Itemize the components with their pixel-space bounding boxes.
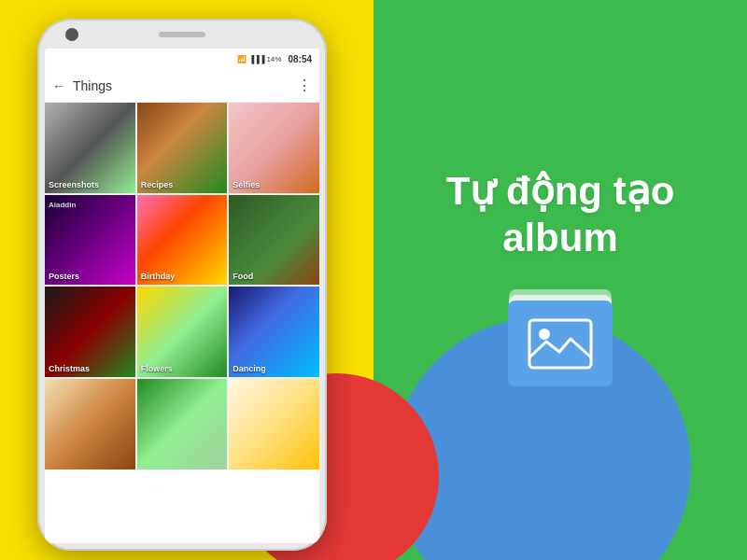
- status-bar: 📶 ▐▐▐ 14% 08:54: [45, 49, 319, 69]
- promo-line2: album: [446, 215, 675, 261]
- grid-item-row4b[interactable]: [137, 379, 228, 469]
- promo-line1: Tự động tạo: [446, 168, 675, 215]
- phone-camera: [65, 28, 78, 41]
- grid-item-recipes[interactable]: Recipes: [137, 103, 228, 193]
- wifi-icon: 📶: [237, 55, 247, 63]
- thumb-row4b: [137, 379, 228, 469]
- grid-item-birthday[interactable]: Birthday: [137, 195, 228, 286]
- promo-text: Tự động tạo album: [446, 168, 675, 262]
- phone-frame: 📶 ▐▐▐ 14% 08:54 ← Things ⋮ ScreenshotsRe…: [37, 19, 327, 551]
- grid-item-dancing[interactable]: Dancing: [229, 287, 319, 377]
- label-birthday: Birthday: [141, 272, 176, 281]
- grid-item-flowers[interactable]: Flowers: [137, 287, 228, 377]
- label-selfies: Selfies: [233, 180, 260, 189]
- grid-item-posters[interactable]: AladdinPosters: [45, 195, 135, 286]
- phone: 📶 ▐▐▐ 14% 08:54 ← Things ⋮ ScreenshotsRe…: [37, 19, 327, 551]
- album-stack: [504, 289, 616, 392]
- phone-speaker: [159, 32, 205, 37]
- label-food: Food: [233, 272, 253, 281]
- battery-label: 14%: [266, 55, 281, 63]
- status-icons: 📶 ▐▐▐ 14%: [237, 55, 281, 63]
- label-screenshots: Screenshots: [49, 180, 99, 189]
- label-recipes: Recipes: [141, 180, 174, 189]
- label-dancing: Dancing: [233, 364, 266, 373]
- grid-item-christmas[interactable]: Christmas: [45, 287, 135, 377]
- album-card-front: [508, 301, 613, 386]
- svg-rect-0: [529, 320, 591, 368]
- phone-screen: 📶 ▐▐▐ 14% 08:54 ← Things ⋮ ScreenshotsRe…: [45, 49, 319, 543]
- top-bar: ← Things ⋮: [45, 69, 319, 103]
- posters-movie-label: Aladdin: [49, 201, 76, 209]
- thumb-row4c: [229, 379, 319, 469]
- time-display: 08:54: [288, 54, 312, 64]
- grid-item-food[interactable]: Food: [229, 195, 319, 286]
- screen-title: Things: [73, 78, 297, 93]
- grid-item-selfies[interactable]: Selfies: [229, 103, 319, 193]
- label-posters: Posters: [49, 272, 79, 281]
- photo-landscape-icon: [528, 318, 593, 370]
- album-icon: [504, 289, 616, 392]
- photo-grid: ScreenshotsRecipesSelfiesAladdinPostersB…: [45, 103, 319, 469]
- grid-item-row4a[interactable]: [45, 379, 135, 469]
- svg-point-1: [539, 329, 550, 340]
- menu-button[interactable]: ⋮: [297, 77, 312, 94]
- signal-icon: ▐▐▐: [248, 55, 264, 63]
- label-flowers: Flowers: [141, 364, 173, 373]
- back-button[interactable]: ←: [52, 78, 65, 93]
- grid-item-row4c[interactable]: [229, 379, 319, 469]
- thumb-row4a: [45, 379, 135, 469]
- label-christmas: Christmas: [49, 364, 90, 373]
- right-panel: Tự động tạo album: [374, 0, 747, 560]
- grid-item-screenshots[interactable]: Screenshots: [45, 103, 135, 193]
